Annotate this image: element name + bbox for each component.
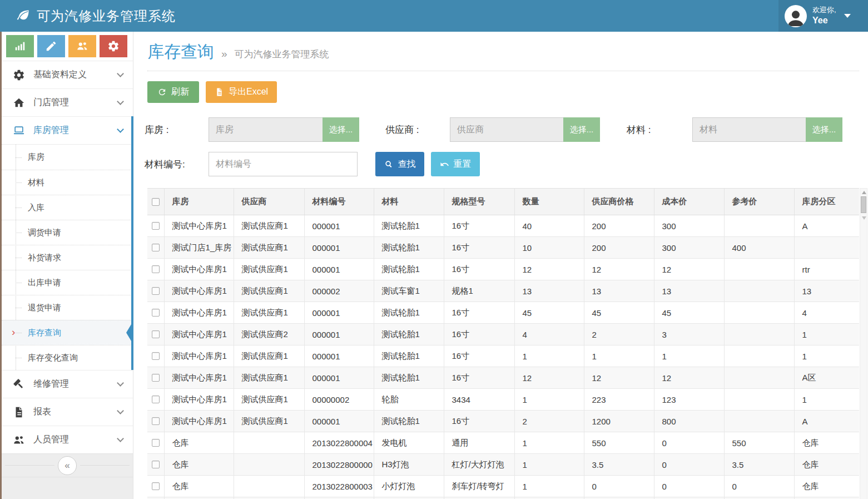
table-cell: 45 (654, 302, 724, 324)
row-checkbox[interactable] (152, 309, 160, 317)
submenu-item[interactable]: 材料 (2, 170, 133, 195)
submenu-item[interactable]: 入库 (2, 195, 133, 220)
material-no-input[interactable] (209, 152, 358, 176)
column-header[interactable]: 供应商价格 (584, 189, 654, 215)
column-header[interactable]: 规格型号 (444, 189, 514, 215)
welcome-text: 欢迎你, (812, 6, 836, 14)
table-cell: 测试中心库房1 (164, 215, 234, 237)
table-cell: 测试供应商1 (234, 302, 304, 324)
row-checkbox[interactable] (152, 374, 160, 382)
menu-group-warehouse: 库房管理 库房材料入库调货申请补货请求出库申请退货申请›库存查询库存变化查询 (2, 116, 133, 370)
sidebar-item-label: 维修管理 (33, 378, 69, 390)
table-cell: 0 (654, 476, 724, 497)
vertical-scrollbar[interactable] (860, 188, 867, 499)
table-cell: A (794, 411, 859, 432)
warehouse-input[interactable] (209, 117, 323, 142)
username: Yee (812, 15, 836, 26)
column-header[interactable]: 库房分区 (794, 189, 859, 215)
submenu-item-label: 库存变化查询 (28, 353, 78, 363)
table-cell: 1 (514, 345, 584, 367)
submenu-item[interactable]: 退货申请 (2, 295, 133, 320)
sidebar-item-store-mgmt[interactable]: 门店管理 (2, 88, 133, 116)
row-checkbox[interactable] (152, 396, 160, 403)
refresh-button[interactable]: 刷新 (147, 81, 199, 103)
table-cell: 45 (514, 302, 584, 324)
row-checkbox[interactable] (152, 330, 160, 338)
sidebar-item-warehouse-mgmt[interactable]: 库房管理 (2, 116, 133, 144)
table-body: 测试中心库房1测试供应商1000001测试轮胎116寸40200300A测试门店… (147, 215, 859, 499)
table-cell: 0 (584, 476, 654, 497)
table-cell: rtr (794, 259, 859, 280)
scrollbar-thumb[interactable] (861, 196, 866, 213)
submenu-item-label: 出库申请 (28, 278, 61, 288)
table-cell (724, 324, 794, 345)
home-icon (13, 97, 25, 109)
table-cell: 测试轮胎1 (374, 411, 444, 432)
column-header[interactable]: 供应商 (234, 189, 304, 215)
person-icon (785, 7, 807, 27)
sidebar-collapse-button[interactable]: « (58, 456, 77, 475)
user-menu[interactable]: 欢迎你, Yee (778, 0, 868, 32)
row-checkbox[interactable] (152, 461, 160, 468)
quick-buttons (2, 32, 133, 61)
caret-down-icon (844, 14, 851, 18)
material-input[interactable] (692, 117, 806, 142)
column-header[interactable]: 成本价 (654, 189, 724, 215)
select-all-checkbox[interactable] (152, 198, 160, 206)
table-cell: 1 (514, 389, 584, 411)
table-cell (514, 497, 584, 499)
table-cell: 测试供应商1 (234, 367, 304, 389)
column-header[interactable]: 材料编号 (304, 189, 374, 215)
row-checkbox[interactable] (152, 352, 160, 360)
sidebar-item-reports[interactable]: 报表 (2, 398, 133, 426)
scroll-down-arrow-icon[interactable] (862, 216, 866, 220)
table-cell: 测试轮胎1 (374, 237, 444, 259)
material-no-label: 材料编号: (145, 158, 209, 171)
supplier-input[interactable] (450, 117, 563, 142)
table-row: 测试门店1_库房测试供应商1000001测试轮胎116寸10200300400 (147, 237, 859, 259)
sidebar-item-personnel[interactable]: 人员管理 (2, 426, 133, 453)
submenu-item[interactable]: 库房 (2, 145, 133, 170)
edit-quick-button[interactable] (37, 35, 65, 57)
table-cell: 200 (584, 215, 654, 237)
submenu-item[interactable]: 调货申请 (2, 220, 133, 245)
export-excel-button[interactable]: 导出Excel (206, 81, 277, 103)
stats-quick-button[interactable] (6, 35, 34, 57)
column-header[interactable]: 参考价 (724, 189, 794, 215)
sidebar-item-repair-mgmt[interactable]: 维修管理 (2, 370, 133, 398)
reset-button[interactable]: 重置 (431, 152, 480, 176)
submenu-item[interactable]: 库存变化查询 (2, 345, 133, 370)
table-cell: 13 (794, 280, 859, 302)
column-header[interactable]: 库房 (164, 189, 234, 215)
material-select-button[interactable]: 选择... (806, 117, 842, 142)
row-checkbox[interactable] (152, 222, 160, 230)
row-checkbox[interactable] (152, 265, 160, 273)
row-checkbox[interactable] (152, 417, 160, 425)
warehouse-select-button[interactable]: 选择... (323, 117, 359, 142)
bar-chart-icon (14, 40, 26, 52)
row-checkbox[interactable] (152, 244, 160, 251)
search-button[interactable]: 查找 (375, 152, 424, 176)
sidebar-item-base-data[interactable]: 基础资料定义 (2, 61, 133, 88)
export-label: 导出Excel (229, 86, 268, 98)
scroll-up-arrow-icon[interactable] (862, 191, 866, 194)
submenu-item[interactable]: 补货请求 (2, 245, 133, 270)
supplier-select-button[interactable]: 选择... (563, 117, 600, 142)
row-checkbox[interactable] (152, 482, 160, 490)
users-quick-button[interactable] (68, 35, 96, 57)
table-cell: 13 (654, 280, 724, 302)
table-cell: 测试轮胎1 (374, 345, 444, 367)
table-cell: 仓库 (164, 432, 234, 454)
submenu-item-active[interactable]: ›库存查询 (2, 320, 133, 345)
row-checkbox[interactable] (152, 439, 160, 447)
table-cell: 仓库 (164, 454, 234, 476)
filter-row-1: 库房 : 选择... 供应商 : 选择... 材料 : 选择... (145, 117, 868, 142)
main-content: 库存查询 » 可为汽修业务管理系统 刷新 导出Excel (133, 32, 868, 499)
settings-quick-button[interactable] (100, 35, 127, 57)
column-header[interactable]: 数量 (514, 189, 584, 215)
table-cell (724, 345, 794, 367)
table-cell (724, 280, 794, 302)
row-checkbox[interactable] (152, 287, 160, 295)
submenu-item[interactable]: 出库申请 (2, 270, 133, 295)
column-header[interactable]: 材料 (374, 189, 444, 215)
